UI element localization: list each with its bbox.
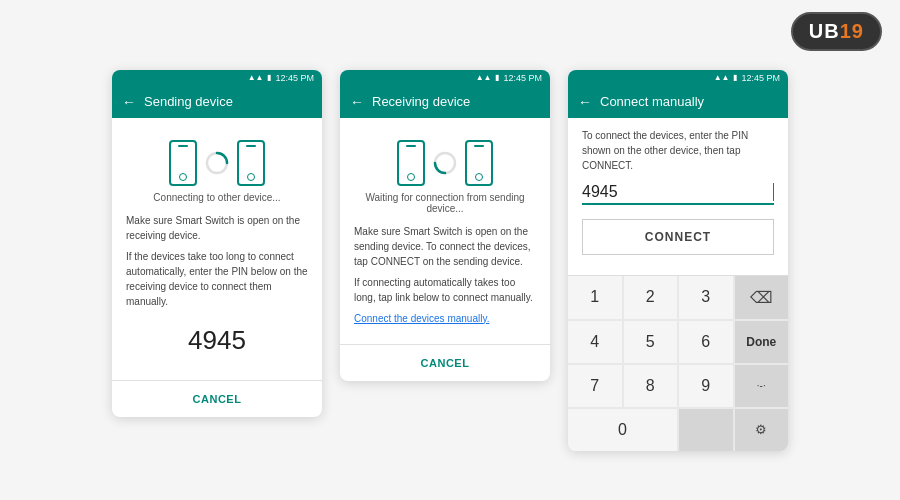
screen-title-1: Sending device	[144, 94, 233, 109]
connecting-label-1: Connecting to other device...	[126, 192, 308, 203]
key-5[interactable]: 5	[624, 321, 678, 363]
screen-header-1: ← Sending device	[112, 86, 322, 118]
home-btn-left-2	[407, 173, 415, 181]
phone-left-2	[397, 140, 425, 186]
screens-container: ▲▲ ▮ 12:45 PM ← Sending device	[112, 70, 788, 451]
gear-key[interactable]: ⚙	[735, 409, 789, 451]
key-3[interactable]: 3	[679, 276, 733, 319]
status-bar-1: ▲▲ ▮ 12:45 PM	[112, 70, 322, 86]
pin-cursor	[773, 183, 774, 201]
wifi-icon-3: ▲▲	[714, 73, 730, 82]
battery-icon-3: ▮	[733, 73, 737, 82]
screen-title-3: Connect manually	[600, 94, 704, 109]
logo-text: UB19	[809, 20, 864, 43]
home-btn-right-2	[475, 173, 483, 181]
body-text-1a: Make sure Smart Switch is open on the re…	[126, 213, 308, 243]
key-4[interactable]: 4	[568, 321, 622, 363]
receiving-device-screen: ▲▲ ▮ 12:45 PM ← Receiving device	[340, 70, 550, 381]
key-2[interactable]: 2	[624, 276, 678, 319]
home-btn-left-1	[179, 173, 187, 181]
numpad: 1 2 3 ⌫ 4 5 6 Done 7 8 9 ·-· 0 ⚙	[568, 275, 788, 451]
logo-badge: UB19	[791, 12, 882, 51]
body-text-2b: If connecting automatically takes too lo…	[354, 275, 536, 305]
key-0[interactable]: 0	[568, 409, 677, 451]
screen-header-2: ← Receiving device	[340, 86, 550, 118]
key-1[interactable]: 1	[568, 276, 622, 319]
screen-title-2: Receiving device	[372, 94, 470, 109]
battery-icon-2: ▮	[495, 73, 499, 82]
screen-header-3: ← Connect manually	[568, 86, 788, 118]
cancel-button-1[interactable]: CANCEL	[183, 389, 252, 409]
done-key[interactable]: Done	[735, 321, 789, 363]
back-arrow-1[interactable]: ←	[122, 94, 136, 110]
key-8[interactable]: 8	[624, 365, 678, 407]
connect-button[interactable]: CONNECT	[582, 219, 774, 255]
wifi-icon-2: ▲▲	[476, 73, 492, 82]
cancel-area-1: CANCEL	[112, 380, 322, 417]
battery-icon-1: ▮	[267, 73, 271, 82]
time-2: 12:45 PM	[503, 73, 542, 83]
key-6[interactable]: 6	[679, 321, 733, 363]
home-btn-right-1	[247, 173, 255, 181]
back-arrow-3[interactable]: ←	[578, 94, 592, 110]
sending-device-screen: ▲▲ ▮ 12:45 PM ← Sending device	[112, 70, 322, 417]
connect-manually-link[interactable]: Connect the devices manually.	[354, 313, 489, 324]
body-text-2c: Connect the devices manually.	[354, 311, 536, 326]
pin-display-1: 4945	[126, 317, 308, 360]
body-text-2a: Make sure Smart Switch is open on the se…	[354, 224, 536, 269]
phone-right-2	[465, 140, 493, 186]
empty-key	[679, 409, 733, 451]
status-bar-3: ▲▲ ▮ 12:45 PM	[568, 70, 788, 86]
cancel-button-2[interactable]: CANCEL	[411, 353, 480, 373]
key-7[interactable]: 7	[568, 365, 622, 407]
phone-right-1	[237, 140, 265, 186]
body-text-1b: If the devices take too long to connect …	[126, 249, 308, 309]
time-1: 12:45 PM	[275, 73, 314, 83]
connection-arc-1	[203, 149, 231, 177]
key-9[interactable]: 9	[679, 365, 733, 407]
connect-manually-screen: ▲▲ ▮ 12:45 PM ← Connect manually To conn…	[568, 70, 788, 451]
instruction-text: To connect the devices, enter the PIN sh…	[582, 128, 774, 173]
logo-highlight: 19	[840, 20, 864, 42]
wifi-icon-1: ▲▲	[248, 73, 264, 82]
backspace-key[interactable]: ⌫	[735, 276, 789, 319]
speaker-right-2	[474, 145, 484, 147]
connection-arc-2	[431, 149, 459, 177]
dotdash-key[interactable]: ·-·	[735, 365, 789, 407]
device-illustration-1	[126, 130, 308, 192]
speaker-left-2	[406, 145, 416, 147]
time-3: 12:45 PM	[741, 73, 780, 83]
phone-left-1	[169, 140, 197, 186]
screen-body-3: To connect the devices, enter the PIN sh…	[568, 118, 788, 275]
pin-input-value[interactable]: 4945	[582, 183, 772, 201]
back-arrow-2[interactable]: ←	[350, 94, 364, 110]
screen-body-1: Connecting to other device... Make sure …	[112, 118, 322, 380]
status-bar-2: ▲▲ ▮ 12:45 PM	[340, 70, 550, 86]
cancel-area-2: CANCEL	[340, 344, 550, 381]
speaker-left-1	[178, 145, 188, 147]
device-illustration-2	[354, 130, 536, 192]
connecting-label-2: Waiting for connection from sending devi…	[354, 192, 536, 214]
pin-input-row: 4945	[582, 183, 774, 205]
screen-body-2: Waiting for connection from sending devi…	[340, 118, 550, 344]
speaker-right-1	[246, 145, 256, 147]
